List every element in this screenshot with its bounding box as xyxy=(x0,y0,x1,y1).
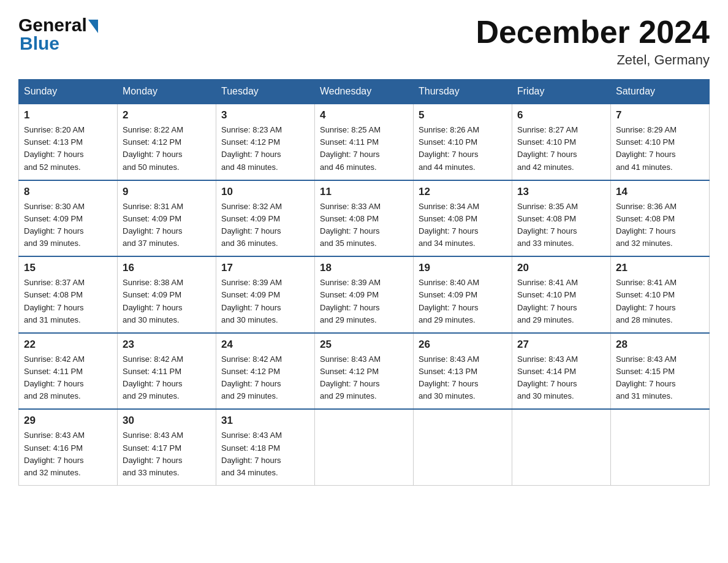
day-number: 24 xyxy=(221,339,309,351)
day-info: Sunrise: 8:41 AMSunset: 4:10 PMDaylight:… xyxy=(616,277,704,326)
day-number: 16 xyxy=(123,262,211,274)
table-row: 21Sunrise: 8:41 AMSunset: 4:10 PMDayligh… xyxy=(611,256,710,333)
table-row: 26Sunrise: 8:43 AMSunset: 4:13 PMDayligh… xyxy=(414,333,512,410)
table-row: 27Sunrise: 8:43 AMSunset: 4:14 PMDayligh… xyxy=(512,333,611,410)
day-number: 20 xyxy=(517,262,605,274)
header-thursday: Thursday xyxy=(414,80,512,104)
table-row: 14Sunrise: 8:36 AMSunset: 4:08 PMDayligh… xyxy=(611,180,710,257)
day-info: Sunrise: 8:30 AMSunset: 4:09 PMDaylight:… xyxy=(24,201,112,250)
day-info: Sunrise: 8:33 AMSunset: 4:08 PMDaylight:… xyxy=(320,201,408,250)
day-number: 5 xyxy=(419,109,507,121)
table-row: 7Sunrise: 8:29 AMSunset: 4:10 PMDaylight… xyxy=(611,104,710,180)
day-number: 1 xyxy=(24,109,112,121)
day-info: Sunrise: 8:35 AMSunset: 4:08 PMDaylight:… xyxy=(517,201,605,250)
day-number: 22 xyxy=(24,339,112,351)
page-wrapper: General Blue December 2024 Zetel, German… xyxy=(0,0,728,504)
header-monday: Monday xyxy=(118,80,216,104)
table-row: 13Sunrise: 8:35 AMSunset: 4:08 PMDayligh… xyxy=(512,180,611,257)
table-row: 22Sunrise: 8:42 AMSunset: 4:11 PMDayligh… xyxy=(19,333,118,410)
logo-top: General xyxy=(18,15,98,36)
day-number: 15 xyxy=(24,262,112,274)
table-row: 8Sunrise: 8:30 AMSunset: 4:09 PMDaylight… xyxy=(19,180,118,257)
day-number: 28 xyxy=(616,339,704,351)
calendar-table: Sunday Monday Tuesday Wednesday Thursday… xyxy=(18,79,710,486)
day-number: 4 xyxy=(320,109,408,121)
table-row: 5Sunrise: 8:26 AMSunset: 4:10 PMDaylight… xyxy=(414,104,512,180)
day-info: Sunrise: 8:43 AMSunset: 4:16 PMDaylight:… xyxy=(24,429,112,479)
calendar-week-row: 15Sunrise: 8:37 AMSunset: 4:08 PMDayligh… xyxy=(19,256,710,333)
day-number: 14 xyxy=(616,186,704,198)
day-info: Sunrise: 8:42 AMSunset: 4:12 PMDaylight:… xyxy=(221,353,309,403)
day-info: Sunrise: 8:39 AMSunset: 4:09 PMDaylight:… xyxy=(320,277,408,326)
day-number: 23 xyxy=(123,339,211,351)
day-info: Sunrise: 8:43 AMSunset: 4:18 PMDaylight:… xyxy=(221,429,309,479)
day-number: 27 xyxy=(517,339,605,351)
table-row: 17Sunrise: 8:39 AMSunset: 4:09 PMDayligh… xyxy=(216,256,315,333)
day-number: 31 xyxy=(221,415,309,427)
day-number: 19 xyxy=(419,262,507,274)
day-info: Sunrise: 8:26 AMSunset: 4:10 PMDaylight:… xyxy=(419,124,507,174)
table-row: 23Sunrise: 8:42 AMSunset: 4:11 PMDayligh… xyxy=(118,333,216,410)
logo-triangle-icon xyxy=(88,20,98,33)
table-row: 20Sunrise: 8:41 AMSunset: 4:10 PMDayligh… xyxy=(512,256,611,333)
day-info: Sunrise: 8:20 AMSunset: 4:13 PMDaylight:… xyxy=(24,124,112,174)
day-info: Sunrise: 8:39 AMSunset: 4:09 PMDaylight:… xyxy=(221,277,309,326)
day-info: Sunrise: 8:42 AMSunset: 4:11 PMDaylight:… xyxy=(123,353,211,403)
table-row: 29Sunrise: 8:43 AMSunset: 4:16 PMDayligh… xyxy=(19,409,118,485)
table-row: 16Sunrise: 8:38 AMSunset: 4:09 PMDayligh… xyxy=(118,256,216,333)
day-info: Sunrise: 8:25 AMSunset: 4:11 PMDaylight:… xyxy=(320,124,408,174)
day-number: 3 xyxy=(221,109,309,121)
day-number: 11 xyxy=(320,186,408,198)
header-friday: Friday xyxy=(512,80,611,104)
header-wednesday: Wednesday xyxy=(315,80,414,104)
header-tuesday: Tuesday xyxy=(216,80,315,104)
day-info: Sunrise: 8:29 AMSunset: 4:10 PMDaylight:… xyxy=(616,124,704,174)
day-number: 13 xyxy=(517,186,605,198)
table-row: 12Sunrise: 8:34 AMSunset: 4:08 PMDayligh… xyxy=(414,180,512,257)
day-number: 21 xyxy=(616,262,704,274)
header-saturday: Saturday xyxy=(611,80,710,104)
table-row: 15Sunrise: 8:37 AMSunset: 4:08 PMDayligh… xyxy=(19,256,118,333)
day-info: Sunrise: 8:32 AMSunset: 4:09 PMDaylight:… xyxy=(221,201,309,250)
day-number: 6 xyxy=(517,109,605,121)
header-sunday: Sunday xyxy=(19,80,118,104)
day-number: 10 xyxy=(221,186,309,198)
header: General Blue December 2024 Zetel, German… xyxy=(18,15,710,68)
table-row: 3Sunrise: 8:23 AMSunset: 4:12 PMDaylight… xyxy=(216,104,315,180)
day-info: Sunrise: 8:40 AMSunset: 4:09 PMDaylight:… xyxy=(419,277,507,326)
calendar-week-row: 22Sunrise: 8:42 AMSunset: 4:11 PMDayligh… xyxy=(19,333,710,410)
day-info: Sunrise: 8:22 AMSunset: 4:12 PMDaylight:… xyxy=(123,124,211,174)
day-number: 8 xyxy=(24,186,112,198)
day-number: 7 xyxy=(616,109,704,121)
month-title: December 2024 xyxy=(476,15,710,50)
table-row: 6Sunrise: 8:27 AMSunset: 4:10 PMDaylight… xyxy=(512,104,611,180)
day-info: Sunrise: 8:43 AMSunset: 4:13 PMDaylight:… xyxy=(419,353,507,403)
calendar-week-row: 29Sunrise: 8:43 AMSunset: 4:16 PMDayligh… xyxy=(19,409,710,485)
title-block: December 2024 Zetel, Germany xyxy=(476,15,710,68)
table-row: 2Sunrise: 8:22 AMSunset: 4:12 PMDaylight… xyxy=(118,104,216,180)
day-number: 18 xyxy=(320,262,408,274)
table-row: 11Sunrise: 8:33 AMSunset: 4:08 PMDayligh… xyxy=(315,180,414,257)
day-number: 12 xyxy=(419,186,507,198)
day-info: Sunrise: 8:43 AMSunset: 4:14 PMDaylight:… xyxy=(517,353,605,403)
calendar-week-row: 1Sunrise: 8:20 AMSunset: 4:13 PMDaylight… xyxy=(19,104,710,180)
table-row: 4Sunrise: 8:25 AMSunset: 4:11 PMDaylight… xyxy=(315,104,414,180)
table-row xyxy=(611,409,710,485)
table-row: 30Sunrise: 8:43 AMSunset: 4:17 PMDayligh… xyxy=(118,409,216,485)
day-info: Sunrise: 8:27 AMSunset: 4:10 PMDaylight:… xyxy=(517,124,605,174)
day-number: 9 xyxy=(123,186,211,198)
day-info: Sunrise: 8:38 AMSunset: 4:09 PMDaylight:… xyxy=(123,277,211,326)
day-info: Sunrise: 8:41 AMSunset: 4:10 PMDaylight:… xyxy=(517,277,605,326)
calendar-body: 1Sunrise: 8:20 AMSunset: 4:13 PMDaylight… xyxy=(19,104,710,485)
day-info: Sunrise: 8:43 AMSunset: 4:12 PMDaylight:… xyxy=(320,353,408,403)
day-number: 29 xyxy=(24,415,112,427)
table-row: 25Sunrise: 8:43 AMSunset: 4:12 PMDayligh… xyxy=(315,333,414,410)
table-row: 10Sunrise: 8:32 AMSunset: 4:09 PMDayligh… xyxy=(216,180,315,257)
location-title: Zetel, Germany xyxy=(476,52,710,68)
table-row: 28Sunrise: 8:43 AMSunset: 4:15 PMDayligh… xyxy=(611,333,710,410)
day-number: 30 xyxy=(123,415,211,427)
calendar-week-row: 8Sunrise: 8:30 AMSunset: 4:09 PMDaylight… xyxy=(19,180,710,257)
day-info: Sunrise: 8:43 AMSunset: 4:17 PMDaylight:… xyxy=(123,429,211,479)
day-info: Sunrise: 8:34 AMSunset: 4:08 PMDaylight:… xyxy=(419,201,507,250)
logo: General Blue xyxy=(18,15,98,54)
